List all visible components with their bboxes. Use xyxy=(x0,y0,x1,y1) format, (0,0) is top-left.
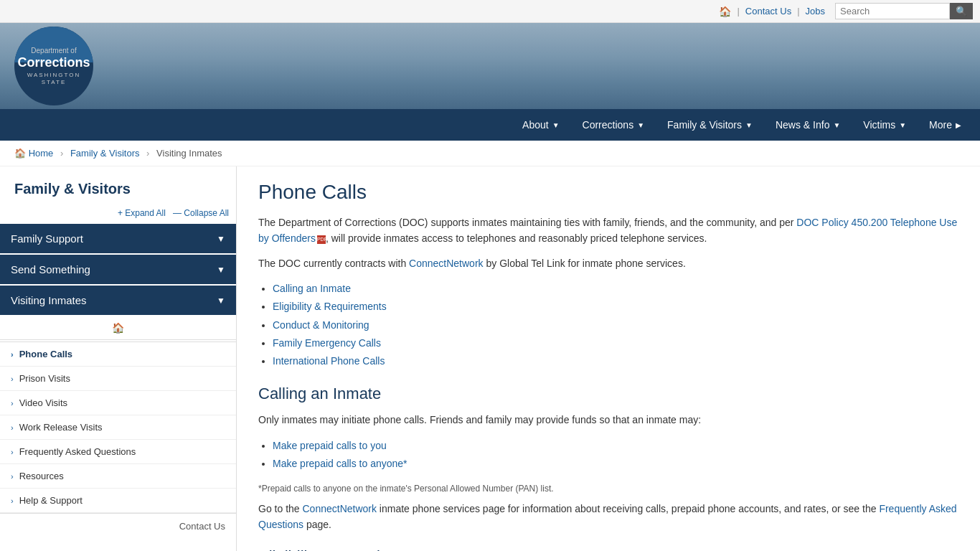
corrections-caret: ▼ xyxy=(637,121,644,129)
sidebar-item-send-something-label: Send Something xyxy=(11,263,90,276)
breadcrumb-current: Visiting Inmates xyxy=(156,148,222,159)
calling-para2-end: page. xyxy=(303,519,331,530)
visiting-inmates-chevron: ▼ xyxy=(217,296,225,306)
prepaid-note: *Prepaid calls to anyone on the inmate's… xyxy=(258,484,958,494)
toc-link-calling[interactable]: Calling an Inmate xyxy=(273,283,351,294)
toc-item-calling: Calling an Inmate xyxy=(273,280,958,298)
nav-victims[interactable]: Victims ▼ xyxy=(852,109,918,141)
contact-us-topbar-link[interactable]: Contact Us xyxy=(745,6,791,17)
page-title: Phone Calls xyxy=(258,181,958,204)
calling-inmate-heading: Calling an Inmate xyxy=(258,385,958,403)
connectnetwork-calling-link[interactable]: ConnectNetwork xyxy=(302,503,377,514)
toc-list: Calling an Inmate Eligibility & Requirem… xyxy=(273,280,958,370)
news-info-caret: ▼ xyxy=(833,121,840,129)
nav-about[interactable]: About ▼ xyxy=(511,109,571,141)
calling-para2-suffix: inmate phone services page for informati… xyxy=(377,503,879,514)
jobs-link[interactable]: Jobs xyxy=(806,6,825,17)
header: Department of Corrections WASHINGTON STA… xyxy=(0,23,980,109)
toc-item-international: International Phone Calls xyxy=(273,352,958,370)
logo-circle: Department of Corrections WASHINGTON STA… xyxy=(14,27,93,105)
more-caret: ▶ xyxy=(956,121,961,129)
help-support-arrow: › xyxy=(11,496,14,505)
calling-sub-list: Make prepaid calls to you Make prepaid c… xyxy=(273,437,958,473)
toc-link-eligibility[interactable]: Eligibility & Requirements xyxy=(273,301,387,312)
intro-para2-suffix: by Global Tel Link for inmate phone serv… xyxy=(484,258,686,269)
faq-label: Frequently Asked Questions xyxy=(19,446,136,457)
sidebar-item-visiting-inmates[interactable]: Visiting Inmates ▼ xyxy=(0,286,236,315)
sidebar-sub-video-visits[interactable]: › Video Visits xyxy=(0,391,236,415)
sidebar-sub-section: › Phone Calls › Prison Visits › Video Vi… xyxy=(0,342,236,514)
toc-link-emergency[interactable]: Family Emergency Calls xyxy=(273,337,381,349)
family-visitors-caret: ▼ xyxy=(745,121,753,129)
help-support-label: Help & Support xyxy=(19,495,83,506)
main-content: Phone Calls The Department of Correction… xyxy=(237,166,980,551)
sidebar-title: Family & Visitors xyxy=(0,174,236,208)
nav-corrections[interactable]: Corrections ▼ xyxy=(571,109,656,141)
prepaid-anyone-link[interactable]: Make prepaid calls to anyone* xyxy=(273,458,407,469)
search-input[interactable] xyxy=(835,3,950,19)
connectnetwork-main-link[interactable]: ConnectNetwork xyxy=(409,258,484,269)
logo-corrections: Corrections xyxy=(14,55,93,71)
breadcrumb-family-visitors-link[interactable]: Family & Visitors xyxy=(70,148,140,159)
search-wrap: 🔍 xyxy=(835,3,973,19)
prepaid-you-link[interactable]: Make prepaid calls to you xyxy=(273,440,387,451)
phone-calls-label: Phone Calls xyxy=(19,349,72,359)
sidebar: Family & Visitors + Expand All — Collaps… xyxy=(0,166,237,551)
toc-item-conduct: Conduct & Monitoring xyxy=(273,316,958,334)
nav-bar: About ▼ Corrections ▼ Family & Visitors … xyxy=(0,109,980,141)
nav-more[interactable]: More ▶ xyxy=(918,109,973,141)
main-layout: Family & Visitors + Expand All — Collaps… xyxy=(0,166,980,551)
calling-sub-item-prepaid-anyone: Make prepaid calls to anyone* xyxy=(273,455,958,473)
family-support-chevron: ▼ xyxy=(217,234,225,244)
sidebar-sub-phone-calls[interactable]: › Phone Calls xyxy=(0,342,236,367)
logo-dept: Department of xyxy=(14,47,93,55)
sidebar-item-family-support[interactable]: Family Support ▼ xyxy=(0,224,236,253)
sidebar-sub-help-support[interactable]: › Help & Support xyxy=(0,489,236,513)
calling-sub-item-prepaid-you: Make prepaid calls to you xyxy=(273,437,958,455)
intro-para1-prefix: The Department of Corrections (DOC) supp… xyxy=(258,217,796,228)
collapse-all-link[interactable]: — Collapse All xyxy=(173,208,229,218)
send-something-chevron: ▼ xyxy=(217,265,225,275)
prison-visits-arrow: › xyxy=(11,375,14,383)
top-bar: 🏠 | Contact Us | Jobs 🔍 xyxy=(0,0,980,23)
home-icon-top: 🏠 xyxy=(719,6,731,17)
video-visits-label: Video Visits xyxy=(19,397,67,408)
quick-links-section: Quick Links ➤ ConnectNetwork ⧉ ➤ Create … xyxy=(0,539,236,551)
nav-news-info[interactable]: News & Info ▼ xyxy=(764,109,852,141)
sidebar-sub-faq[interactable]: › Frequently Asked Questions xyxy=(0,440,236,464)
calling-para2-prefix: Go to the xyxy=(258,503,302,514)
resources-arrow: › xyxy=(11,472,14,481)
search-button[interactable]: 🔍 xyxy=(950,3,973,19)
logo-state: WASHINGTON STATE xyxy=(14,72,93,85)
calling-intro-para: Only inmates may initiate phone calls. F… xyxy=(258,412,958,428)
breadcrumb-home-link[interactable]: Home xyxy=(29,148,54,159)
faq-arrow: › xyxy=(11,448,14,456)
toc-link-international[interactable]: International Phone Calls xyxy=(273,355,385,367)
resources-label: Resources xyxy=(19,471,64,481)
sidebar-sub-prison-visits[interactable]: › Prison Visits xyxy=(0,367,236,391)
prison-visits-label: Prison Visits xyxy=(19,373,70,384)
toc-link-conduct[interactable]: Conduct & Monitoring xyxy=(273,319,369,331)
expand-collapse-controls: + Expand All — Collapse All xyxy=(0,208,236,224)
sidebar-sub-work-release[interactable]: › Work Release Visits xyxy=(0,415,236,440)
intro-paragraph-2: The DOC currently contracts with Connect… xyxy=(258,255,958,271)
calling-para-2: Go to the ConnectNetwork inmate phone se… xyxy=(258,501,958,533)
intro-paragraph-1: The Department of Corrections (DOC) supp… xyxy=(258,215,958,247)
phone-calls-arrow: › xyxy=(11,350,14,359)
sidebar-home-icon: 🏠 xyxy=(112,322,124,334)
nav-family-visitors[interactable]: Family & Visitors ▼ xyxy=(656,109,764,141)
work-release-label: Work Release Visits xyxy=(19,422,103,433)
pdf-icon: PDF xyxy=(317,235,326,244)
sidebar-home-row: 🏠 xyxy=(0,316,236,340)
sidebar-item-send-something[interactable]: Send Something ▼ xyxy=(0,255,236,284)
about-caret: ▼ xyxy=(552,121,560,129)
toc-item-eligibility: Eligibility & Requirements xyxy=(273,298,958,316)
contact-us-sidebar-link[interactable]: Contact Us xyxy=(0,514,236,539)
victims-caret: ▼ xyxy=(899,121,906,129)
sidebar-item-family-support-label: Family Support xyxy=(11,232,83,245)
sidebar-sub-resources[interactable]: › Resources xyxy=(0,464,236,489)
toc-item-emergency: Family Emergency Calls xyxy=(273,334,958,352)
breadcrumb-home-icon: 🏠 xyxy=(14,148,26,159)
expand-all-link[interactable]: + Expand All xyxy=(118,208,166,218)
breadcrumb: 🏠 Home › Family & Visitors › Visiting In… xyxy=(0,141,980,166)
